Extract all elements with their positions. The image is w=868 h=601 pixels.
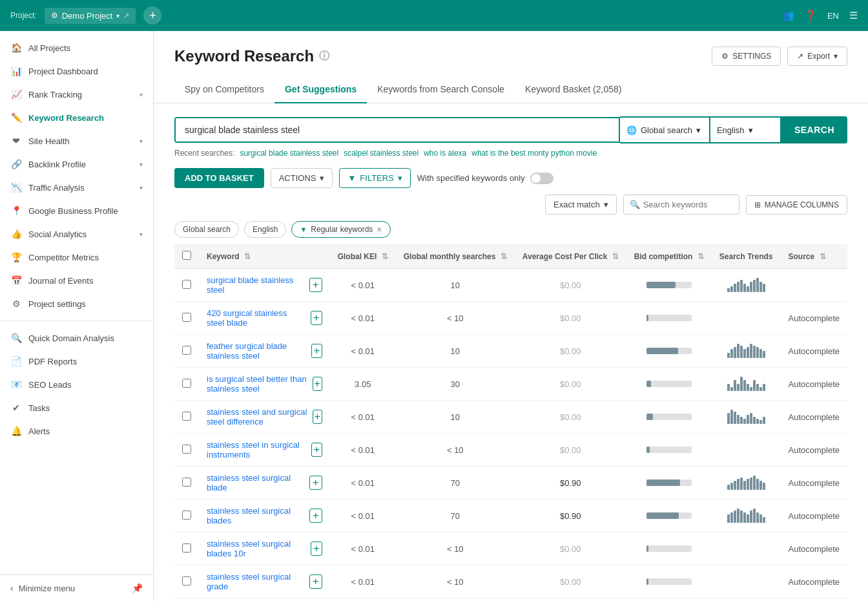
bid-competition-cell <box>626 335 712 368</box>
keyword-search-input[interactable] <box>176 118 619 142</box>
keyword-link[interactable]: stainless steel surgical grade <box>207 572 304 591</box>
sidebar-item-site-health[interactable]: ❤ Site Health ▾ <box>0 129 153 153</box>
sidebar-item-rank-tracking[interactable]: 📈 Rank Tracking ▾ <box>0 83 153 106</box>
table-row: feather surgical blade stainless steel +… <box>174 335 847 368</box>
row-checkbox[interactable] <box>182 543 191 553</box>
tab-spy-competitors[interactable]: Spy on Competitors <box>174 76 274 103</box>
main-header: Keyword Research ⓘ ⚙ SETTINGS ↗ Export ▾ <box>154 31 868 66</box>
keyword-link[interactable]: stainless steel and surgical steel diffe… <box>207 407 307 427</box>
filters-button[interactable]: ▼ FILTERS ▾ <box>339 168 410 188</box>
add-keyword-button[interactable]: + <box>311 311 322 325</box>
search-section: 🌐 Global search ▾ English ▾ SEARCH Recen… <box>154 103 868 158</box>
filter-tag-regular-keywords[interactable]: ▼ Regular keywords × <box>291 221 390 238</box>
col-keyword[interactable]: Keyword ⇅ <box>199 244 330 269</box>
filter-tag-english[interactable]: English <box>244 221 286 238</box>
tab-get-suggestions[interactable]: Get Suggestions <box>274 76 367 103</box>
keyword-link[interactable]: stainless steel surgical blades 10r <box>207 539 305 558</box>
exact-match-button[interactable]: Exact match ▾ <box>545 195 617 215</box>
sidebar-item-competitor-metrics[interactable]: 🏆 Competitor Metrics <box>0 246 153 269</box>
sidebar-item-all-projects[interactable]: 🏠 All Projects <box>0 36 153 59</box>
col-search-trends[interactable]: Search Trends <box>712 244 781 269</box>
add-keyword-button[interactable]: + <box>309 476 322 490</box>
sidebar-item-keyword-research[interactable]: ✏️ Keyword Research <box>0 106 153 129</box>
row-checkbox[interactable] <box>182 280 191 289</box>
col-bid-competition[interactable]: Bid competition ⇅ <box>626 244 712 269</box>
minimize-menu-button[interactable]: ‹ Minimize menu 📌 <box>0 575 153 601</box>
sidebar-item-alerts[interactable]: 🔔 Alerts <box>0 419 153 443</box>
row-checkbox[interactable] <box>182 412 191 421</box>
sidebar-item-pdf-reports[interactable]: 📄 PDF Reports <box>0 350 153 373</box>
menu-icon[interactable]: ☰ <box>849 10 858 21</box>
language-selector[interactable]: EN <box>827 11 839 21</box>
recent-search-1[interactable]: scalpel stainless steel <box>344 149 418 158</box>
project-selector[interactable]: ⚙ Demo Project ▾ ↗ <box>45 8 136 24</box>
remove-filter-icon[interactable]: × <box>377 224 382 235</box>
sidebar-item-project-settings[interactable]: ⚙ Project settings <box>0 292 153 315</box>
filter-tag-global-search[interactable]: Global search <box>174 221 239 238</box>
keyword-link[interactable]: 420 surgical stainless steel blade <box>207 308 305 328</box>
row-checkbox[interactable] <box>182 576 191 585</box>
search-trends-cell <box>712 500 781 532</box>
add-project-button[interactable]: + <box>143 6 161 25</box>
tab-keywords-search-console[interactable]: Keywords from Search Console <box>367 76 515 103</box>
global-search-dropdown[interactable]: 🌐 Global search ▾ <box>620 116 710 143</box>
search-button[interactable]: SEARCH <box>781 116 847 143</box>
language-dropdown[interactable]: English ▾ <box>710 116 781 143</box>
manage-columns-button[interactable]: ⊞ MANAGE COLUMNS <box>746 195 847 215</box>
help-circle-icon[interactable]: ⓘ <box>319 50 329 63</box>
sidebar-item-tasks[interactable]: ✔ Tasks <box>0 396 153 419</box>
add-keyword-button[interactable]: + <box>309 278 322 292</box>
keyword-link[interactable]: is surgical steel better than stainless … <box>207 374 307 394</box>
col-global-monthly[interactable]: Global monthly searches ⇅ <box>396 244 515 269</box>
tab-keyword-basket[interactable]: Keyword Basket (2,058) <box>515 76 632 103</box>
recent-search-2[interactable]: who is alexa <box>424 149 466 158</box>
sidebar-item-quick-domain[interactable]: 🔍 Quick Domain Analysis <box>0 326 153 350</box>
row-checkbox[interactable] <box>182 445 191 454</box>
col-global-kei[interactable]: Global KEI ⇅ <box>330 244 396 269</box>
help-icon[interactable]: ❓ <box>805 10 817 21</box>
add-keyword-button[interactable]: + <box>311 443 322 457</box>
recent-search-3[interactable]: what is the best monty python movie <box>471 149 597 158</box>
bid-competition-cell <box>626 368 712 401</box>
sidebar-item-google-business[interactable]: 📍 Google Business Profile <box>0 199 153 222</box>
col-source[interactable]: Source ⇅ <box>781 244 848 269</box>
specified-keywords-toggle[interactable] <box>530 173 553 184</box>
row-checkbox[interactable] <box>182 478 191 487</box>
dashboard-icon: 📊 <box>10 66 22 76</box>
site-health-icon: ❤ <box>10 136 22 146</box>
sidebar-item-seo-leads[interactable]: 📧 SEO Leads <box>0 373 153 396</box>
keyword-link[interactable]: stainless steel in surgical instruments <box>207 440 306 459</box>
add-to-basket-button[interactable]: ADD TO BASKET <box>174 168 264 188</box>
avg-cost-cell: $0.90 <box>515 467 626 500</box>
add-keyword-button[interactable]: + <box>313 410 322 424</box>
keyword-link[interactable]: stainless steel surgical blade <box>207 473 304 492</box>
row-checkbox[interactable] <box>182 313 191 322</box>
sidebar-item-journal-events[interactable]: 📅 Journal of Events <box>0 269 153 292</box>
keyword-link[interactable]: surgical blade stainless steel <box>207 275 304 295</box>
add-keyword-button[interactable]: + <box>309 575 322 589</box>
sidebar-item-backlink-profile[interactable]: 🔗 Backlink Profile ▾ <box>0 153 153 176</box>
add-keyword-button[interactable]: + <box>309 509 322 523</box>
add-keyword-button[interactable]: + <box>311 344 322 358</box>
sidebar-item-social-analytics[interactable]: 👍 Social Analytics ▾ <box>0 222 153 246</box>
row-checkbox[interactable] <box>182 346 191 355</box>
users-icon[interactable]: 👥 <box>782 10 794 21</box>
sidebar-divider <box>0 321 153 321</box>
keyword-link[interactable]: feather surgical blade stainless steel <box>207 341 306 361</box>
row-checkbox[interactable] <box>182 511 191 520</box>
sidebar-item-project-dashboard[interactable]: 📊 Project Dashboard <box>0 59 153 83</box>
select-all-checkbox[interactable] <box>182 251 191 260</box>
add-keyword-button[interactable]: + <box>313 377 322 391</box>
row-checkbox[interactable] <box>182 379 191 388</box>
add-keyword-button[interactable]: + <box>311 542 322 556</box>
actions-button[interactable]: ACTIONS ▾ <box>271 168 333 188</box>
table-row: stainless steel surgical grade + < 0.01<… <box>174 565 847 598</box>
export-button[interactable]: ↗ Export ▾ <box>787 47 847 66</box>
sidebar-item-traffic-analysis[interactable]: 📉 Traffic Analysis ▾ <box>0 176 153 199</box>
search-keywords-input[interactable] <box>623 195 739 215</box>
sidebar-label-competitor-metrics: Competitor Metrics <box>28 253 99 262</box>
keyword-link[interactable]: stainless steel surgical blades <box>207 506 304 525</box>
settings-button[interactable]: ⚙ SETTINGS <box>712 47 781 66</box>
col-avg-cost[interactable]: Average Cost Per Click ⇅ <box>515 244 626 269</box>
recent-search-0[interactable]: surgical blade stainless steel <box>240 149 338 158</box>
